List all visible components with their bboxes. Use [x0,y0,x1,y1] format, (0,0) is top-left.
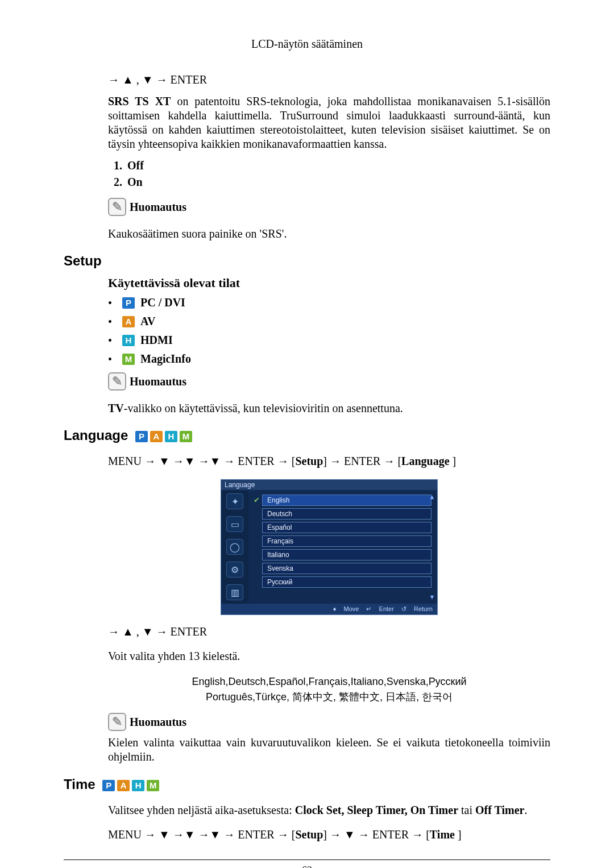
p-badge-icon: P [135,431,148,442]
language-image-list: English,Deutsch,Español,Français,Italian… [108,674,550,705]
mode-magicinfo-label: MagicInfo [140,352,191,366]
h-badge-icon: H [165,431,177,442]
osd-item-deutsch: Deutsch [262,508,432,520]
osd-language-list: ✔English Deutsch Español Français Italia… [248,490,437,604]
time-menu-path: MENU → ▼ →▼ →▼ → ENTER → [Setup] → ▼ → E… [108,828,550,841]
languages-line2: Português,Türkçe, 简体中文, 繁體中文, 日本語, 한국어 [108,690,550,705]
language-heading: Language P A H M [64,427,550,443]
mode-pc-dvi: P PC / DVI [108,296,550,309]
m-badge-icon: M [180,431,192,442]
path-segment: ] → ENTER → [ [323,455,401,467]
osd-move-hint: ♦ Move [333,605,359,612]
setup-note-label: Huomautus [130,375,186,388]
mode-av-label: AV [140,315,155,328]
mode-hdmi: H HDMI [108,334,550,347]
time-desc-items: Clock Set, Sleep Timer, On Timer [295,804,458,816]
document-header: LCD-näytön säätäminen [64,38,550,51]
languages-line1: English,Deutsch,Español,Français,Italian… [108,674,550,690]
srs-nav-sequence: → ▲ , ▼ → ENTER [108,73,550,86]
srs-body-text: on patentoitu SRS-teknologia, joka mahdo… [108,95,550,150]
mode-list: P PC / DVI A AV H HDMI M MagicInfo [108,296,550,366]
time-title: Time [64,776,96,792]
time-mode-badges: P A H M [102,780,159,791]
osd-move-label: Move [344,605,359,612]
m-badge-icon: M [122,354,135,365]
mode-pc-dvi-label: PC / DVI [140,296,185,309]
p-badge-icon: P [102,780,115,791]
path-language: Language [401,455,449,467]
language-choose-text: Voit valita yhden 13 kielestä. [108,650,550,663]
path-setup: Setup [295,455,323,467]
srs-lead: SRS TS XT [108,95,171,107]
osd-sound-icon: ◯ [226,539,243,555]
osd-enter-hint: ↵ Enter [366,605,393,612]
setup-note-lead: TV [108,402,124,414]
osd-item-svenska: Svenska [262,563,432,574]
time-desc-or: tai [458,804,475,816]
time-desc-last: Off Timer [475,804,524,816]
language-title: Language [64,427,128,443]
time-description: Valitsee yhden neljästä aika-asetuksesta… [108,804,550,817]
note-icon: ✎ [108,372,126,391]
p-badge-icon: P [122,297,135,309]
path-setup: Setup [295,828,323,841]
osd-item-label: Italiano [267,551,289,559]
h-badge-icon: H [122,335,135,346]
osd-input-icon: ✦ [226,493,243,509]
osd-title: Language [221,480,437,490]
note-icon: ✎ [108,713,126,731]
path-segment: ] [450,455,457,467]
srs-note-heading: ✎ Huomautus [108,198,550,216]
path-time: Time [430,828,455,841]
language-menu-path: MENU → ▼ →▼ →▼ → ENTER → [Setup] → ENTER… [108,455,550,468]
path-segment: ] → ▼ → ENTER → [ [323,828,430,841]
time-desc-end: . [525,804,528,816]
setup-note-rest: -valikko on käytettävissä, kun televisio… [124,402,403,414]
page-number: 62 [64,865,550,868]
osd-footer: ♦ Move ↵ Enter ↺ Return [221,604,437,614]
osd-item-label: Deutsch [267,510,292,518]
osd-picture-icon: ▭ [226,516,243,532]
available-modes-heading: Käytettävissä olevat tilat [108,276,550,290]
scroll-up-icon: ▲ [429,493,435,500]
osd-item-francais: Français [262,535,432,547]
osd-item-label: Español [267,524,292,531]
language-note-text: Kielen valinta vaikuttaa vain kuvaruutuv… [108,736,550,764]
srs-option-off: Off [125,159,550,172]
a-badge-icon: A [122,316,135,327]
a-badge-icon: A [117,780,130,791]
osd-item-label: English [267,496,289,504]
osd-return-hint: ↺ Return [401,605,433,612]
path-segment: MENU → ▼ →▼ →▼ → ENTER → [ [108,828,295,841]
osd-setup-icon: ⚙ [226,562,243,578]
mode-hdmi-label: HDMI [140,334,173,347]
osd-item-russian: Русский [262,576,432,588]
m-badge-icon: M [147,780,159,791]
language-note-heading: ✎ Huomautus [108,713,550,731]
mode-av: A AV [108,315,550,328]
osd-item-label: Русский [267,578,293,586]
osd-item-italiano: Italiano [262,549,432,560]
osd-item-espanol: Español [262,522,432,533]
osd-multi-icon: ▥ [226,584,243,600]
osd-item-label: Français [267,537,293,545]
setup-heading: Setup [64,253,550,269]
page-separator [64,859,550,860]
osd-enter-label: Enter [379,605,394,612]
language-mode-badges: P A H M [135,431,192,442]
osd-return-label: Return [414,605,433,612]
path-segment: ] [455,828,462,841]
srs-options-list: Off On [108,159,550,189]
osd-scrollbar: ▲▼ [429,493,435,600]
srs-description: SRS TS XT on patentoitu SRS-teknologia, … [108,94,550,151]
language-note-label: Huomautus [130,716,186,729]
time-desc-pre: Valitsee yhden neljästä aika-asetuksesta… [108,804,295,816]
path-segment: MENU → ▼ →▼ →▼ → ENTER → [ [108,455,295,467]
osd-item-english: ✔English [262,495,432,506]
setup-note-heading: ✎ Huomautus [108,372,550,391]
setup-note-text: TV-valikko on käytettävissä, kun televis… [108,402,550,415]
mode-magicinfo: M MagicInfo [108,352,550,366]
h-badge-icon: H [132,780,144,791]
time-heading: Time P A H M [64,776,550,792]
language-nav-sequence: → ▲ , ▼ → ENTER [108,625,550,638]
